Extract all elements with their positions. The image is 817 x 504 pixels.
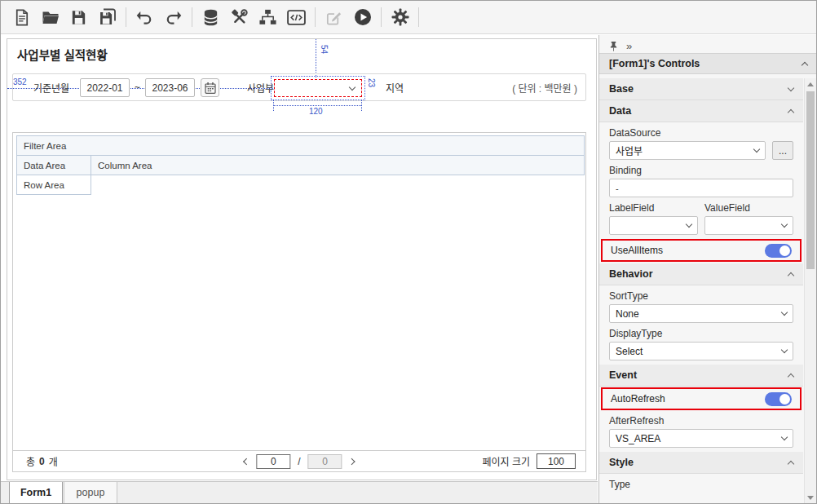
next-page-button[interactable]: [348, 458, 355, 464]
afterrefresh-label: AfterRefresh: [609, 415, 793, 427]
panel-header[interactable]: [Form1]'s Controls: [599, 53, 817, 74]
data-area-cell[interactable]: Data Area: [16, 155, 91, 175]
displaytype-select[interactable]: Select: [609, 342, 793, 360]
valuefield-select[interactable]: [704, 216, 793, 235]
page-separator: /: [298, 456, 300, 467]
scroll-up-arrow[interactable]: [807, 82, 814, 86]
tab-popup[interactable]: popup: [64, 482, 117, 504]
open-folder-button[interactable]: [36, 3, 64, 31]
displaytype-value: Select: [616, 346, 643, 357]
panel-body: Base Data DataSource 사업부 ... Binding -: [599, 78, 817, 504]
save-all-button[interactable]: [93, 3, 121, 31]
app-window: 사업부별 실적현황 54 352 기준년월 2022-01 ~ 2023-06 …: [0, 0, 817, 504]
current-page-input[interactable]: 0: [256, 454, 290, 469]
toolbar-separator: [192, 7, 192, 27]
date-range-separator: ~: [135, 82, 140, 93]
column-area-cell[interactable]: Column Area: [91, 155, 585, 175]
section-header-event[interactable]: Event: [599, 365, 803, 387]
vertical-guide-line: [316, 39, 316, 77]
toolbar-separator: [315, 7, 316, 27]
binding-label: Binding: [609, 165, 793, 176]
section-title: Data: [609, 105, 631, 117]
chevron-down-icon: [781, 221, 788, 228]
toolbar-separator: [126, 7, 126, 27]
page-navigation: 0 / 0: [244, 454, 354, 469]
new-document-button[interactable]: [7, 3, 36, 31]
page-size-group: 페이지 크기 100: [482, 453, 576, 469]
open-folder-icon: [41, 7, 60, 27]
undo-icon: [135, 8, 154, 27]
useallitems-row-highlighted: UseAllItems: [601, 239, 802, 262]
redo-button[interactable]: [159, 3, 188, 31]
date-to-input[interactable]: 2023-06: [145, 78, 195, 97]
chevron-up-icon: [788, 460, 794, 466]
valuefield-label: ValueField: [704, 202, 793, 214]
sitemap-button[interactable]: [254, 3, 282, 31]
autorefresh-row-highlighted: AutoRefresh: [601, 387, 802, 410]
chevron-up-icon: [788, 272, 794, 278]
division-combobox[interactable]: [274, 79, 362, 97]
datasource-value: 사업부: [616, 144, 643, 157]
chevron-down-icon: [781, 434, 788, 440]
save-button[interactable]: [64, 3, 93, 31]
edit-button[interactable]: [320, 3, 348, 31]
run-button[interactable]: [348, 3, 377, 31]
pager-bar: 총 0 개 0 / 0 페이지 크기 100: [13, 450, 585, 471]
total-count-group: 총 0 개: [26, 454, 58, 468]
panel-content: Base Data DataSource 사업부 ... Binding -: [599, 78, 803, 493]
type-label: Type: [609, 479, 793, 490]
tools-icon: [230, 8, 249, 27]
width-guide-tick: [361, 99, 362, 111]
sorttype-select[interactable]: None: [609, 304, 793, 323]
tools-button[interactable]: [225, 3, 254, 31]
scrollbar-thumb[interactable]: [806, 91, 815, 269]
undo-button[interactable]: [130, 3, 159, 31]
useallitems-toggle-on[interactable]: [765, 244, 792, 258]
tab-form1[interactable]: Form1: [9, 482, 63, 504]
afterrefresh-value: VS_AREA: [616, 433, 660, 444]
previous-page-button[interactable]: [243, 458, 250, 464]
total-label: 총: [26, 454, 35, 468]
scroll-down-arrow[interactable]: [807, 496, 814, 500]
save-icon: [69, 8, 88, 27]
page-size-input[interactable]: 100: [537, 453, 576, 469]
report-title: 사업부별 실적현황: [17, 46, 108, 63]
sorttype-label: SortType: [609, 290, 793, 302]
binding-input[interactable]: -: [609, 179, 793, 197]
database-icon: [201, 8, 220, 27]
code-editor-icon: [286, 7, 307, 28]
redo-icon: [164, 8, 183, 27]
chevron-down-icon: [753, 146, 760, 153]
settings-button[interactable]: [386, 3, 414, 31]
panel-scrollbar[interactable]: [804, 78, 816, 504]
row-area-cell[interactable]: Row Area: [16, 175, 91, 195]
filter-area-cell[interactable]: Filter Area: [16, 135, 585, 156]
collapse-panel-icon[interactable]: »: [626, 41, 632, 51]
autorefresh-toggle-on[interactable]: [765, 392, 792, 406]
pin-icon[interactable]: [609, 41, 618, 52]
section-header-behavior[interactable]: Behavior: [599, 263, 803, 285]
datasource-more-button[interactable]: ...: [772, 141, 793, 160]
region-label: 지역: [386, 81, 404, 95]
section-header-style[interactable]: Style: [599, 452, 803, 474]
afterrefresh-select[interactable]: VS_AREA: [609, 429, 793, 448]
total-unit: 개: [49, 454, 58, 468]
page-size-label: 페이지 크기: [482, 454, 530, 468]
section-title: Event: [609, 369, 637, 381]
database-button[interactable]: [197, 3, 225, 31]
datasource-select[interactable]: 사업부: [609, 141, 766, 160]
chevron-up-icon: [788, 108, 794, 115]
section-title: Style: [609, 457, 634, 468]
calendar-button[interactable]: [201, 78, 219, 97]
filter-bar: 기준년월 2022-01 ~ 2023-06 사업부 23 지역 ( 단위 : …: [12, 73, 586, 101]
section-header-data[interactable]: Data: [599, 100, 803, 122]
labelfield-select[interactable]: [609, 216, 698, 235]
edit-icon: [325, 8, 343, 27]
total-pages-box: 0: [308, 454, 342, 469]
date-from-input[interactable]: 2022-01: [80, 78, 130, 97]
code-editor-button[interactable]: [282, 3, 311, 31]
section-header-base[interactable]: Base: [599, 78, 803, 100]
guide-height-label: 23: [367, 78, 376, 87]
period-label: 기준년월: [33, 81, 69, 95]
chevron-down-icon: [781, 347, 788, 353]
